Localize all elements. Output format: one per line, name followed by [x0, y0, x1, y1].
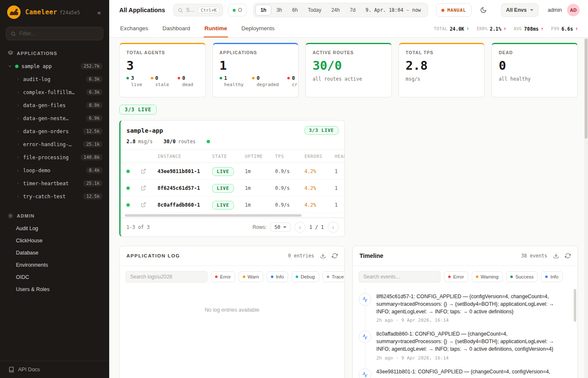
trend-up-icon: ↑ [575, 26, 578, 32]
table-footer: 1-3 of 3 Rows: 50 ‹ 1 / 1 › [121, 218, 344, 236]
count-badge: 252.7k [81, 63, 102, 69]
api-docs-link[interactable]: API Docs [0, 361, 109, 378]
tree-item[interactable]: error-handling-…25.1k [0, 138, 109, 151]
chevron-down-icon [283, 226, 286, 230]
log-filter-warn[interactable]: Warn [239, 271, 263, 282]
time-range-3h[interactable]: 3h [271, 5, 287, 16]
table-row[interactable]: 43ee9811b801-1 LIVE 1m 0.9/s 4.2% 1 [121, 163, 344, 180]
timeline-filter-success[interactable]: Success [506, 271, 538, 282]
external-link-icon[interactable] [141, 202, 158, 207]
date-range-display[interactable]: 9. Apr. 18:04 — now [360, 7, 426, 13]
filter-input[interactable] [19, 31, 99, 37]
chevron-right-icon [16, 116, 20, 121]
tree-item[interactable]: data-gen-neste…6.9k [0, 112, 109, 125]
application-log-panel: APPLICATION LOG 0 entries Error Warn Inf… [119, 246, 345, 378]
sidebar-item-database[interactable]: Database [0, 247, 109, 259]
rows-label: Rows: [252, 224, 266, 230]
log-filter-info[interactable]: Info [267, 271, 288, 282]
horizontal-scrollbar[interactable] [121, 213, 344, 218]
refresh-icon[interactable] [332, 253, 338, 259]
chevron-right-icon [16, 142, 20, 147]
global-search-button[interactable]: S… Ctrl+K [173, 4, 223, 16]
event-timestamp: 2h ago · 9 Apr 2026, 16:14 [376, 355, 569, 361]
moon-icon [480, 7, 487, 13]
scrollbar-thumb[interactable] [585, 39, 588, 139]
admin-section-header: ADMIN [0, 213, 109, 219]
warning-dot [476, 276, 478, 278]
metric-err: ERR%2.1%↑ [477, 26, 506, 32]
sidebar-item-users-roles[interactable]: Users & Roles [0, 283, 109, 295]
tree-item[interactable]: try-catch-test12.5k [0, 190, 109, 203]
download-icon[interactable] [553, 253, 559, 259]
instance-table-header: INSTANCE STATE UPTIME TPS ERRORS HEALTH [121, 150, 344, 163]
sidebar-item-environments[interactable]: Environments [0, 259, 109, 271]
state-badge: LIVE [212, 184, 234, 193]
app-name[interactable]: sample-app [126, 127, 163, 134]
rows-per-page-select[interactable]: 50 [270, 223, 291, 232]
user-avatar[interactable]: AD [567, 4, 580, 16]
tree-item[interactable]: complex-fulfillm…6.3k [0, 86, 109, 99]
time-range-7d[interactable]: 7d [345, 5, 360, 16]
timeline-event[interactable]: 8f6245c61d57-1: CONFIG_APPLIED — {config… [359, 289, 569, 327]
time-range-24h[interactable]: 24h [326, 5, 345, 16]
timeline-filter-error[interactable]: Error [444, 271, 468, 282]
stat-card-applications: APPLICATIONS 1 1healthy 0degraded 0criti… [213, 43, 299, 97]
page-scrollbar[interactable] [584, 38, 588, 378]
stat-card-total-agents: TOTAL AGENTS 3 3live 0stale 0dead [119, 43, 206, 97]
chevron-right-icon [16, 181, 20, 186]
applications-section-header: APPLICATIONS [0, 50, 109, 56]
log-filter-debug[interactable]: Debug [291, 271, 319, 282]
chevron-right-icon [16, 194, 20, 199]
log-filter-trace[interactable]: Trace [323, 271, 345, 282]
tree-item[interactable]: audit-log6.3k [0, 73, 109, 86]
live-summary-chip[interactable]: 3/3 LIVE [119, 105, 157, 115]
sidebar-item-clickhouse[interactable]: ClickHouse [0, 234, 109, 247]
timeline-filter-info[interactable]: Info [541, 271, 562, 282]
sidebar-item-oidc[interactable]: OIDC [0, 271, 109, 283]
application-tree: sample app 252.7k audit-log6.3k complex-… [0, 60, 109, 203]
connection-status-pill[interactable]: O [228, 4, 247, 16]
refresh-mode-button[interactable]: MANUAL [436, 3, 472, 17]
app-root: Cameleer f24a5e5 « APPLICATIONS sample a… [0, 0, 588, 378]
refresh-icon[interactable] [565, 253, 571, 259]
tree-item-sample-app[interactable]: sample app 252.7k [0, 60, 109, 73]
tabs-bar: Exchanges Dashboard Runtime Deployments … [109, 20, 588, 38]
tab-deployments[interactable]: Deployments [241, 20, 276, 37]
instance-status-dot [126, 203, 130, 207]
tree-item[interactable]: file-processing140.8k [0, 151, 109, 164]
log-search-input[interactable] [126, 271, 207, 283]
app-status-dot [15, 65, 18, 68]
log-filter-error[interactable]: Error [211, 271, 235, 282]
external-link-icon[interactable] [141, 168, 158, 174]
sidebar-filter[interactable] [6, 27, 103, 40]
download-icon[interactable] [320, 253, 326, 259]
sidebar-collapse-icon[interactable]: « [95, 8, 103, 17]
tab-dashboard[interactable]: Dashboard [162, 20, 191, 37]
external-link-icon[interactable] [141, 185, 158, 191]
tab-exchanges[interactable]: Exchanges [119, 20, 149, 37]
time-range-1h[interactable]: 1h [255, 5, 271, 16]
environment-select[interactable]: All Envs [501, 3, 538, 17]
tree-item[interactable]: data-gen-files8.9k [0, 99, 109, 112]
count-badge: 6.3k [86, 89, 102, 95]
dark-mode-toggle[interactable] [477, 3, 490, 17]
prev-page-button[interactable]: ‹ [294, 222, 305, 233]
table-row[interactable]: 8f6245c61d57-1 LIVE 1m 0.9/s 4.2% 1 [121, 180, 344, 197]
time-range-today[interactable]: Today [303, 5, 326, 16]
table-row[interactable]: 8c0affadb860-1 LIVE 1m 0.9/s 4.2% 1 [121, 197, 344, 213]
timeline-event[interactable]: 43ee9811b801-1: CONFIG_APPLIED — {change… [359, 365, 569, 378]
tree-item[interactable]: data-gen-orders12.5k [0, 125, 109, 138]
next-page-button[interactable]: › [328, 222, 339, 233]
timeline-event[interactable]: 8c0affadb860-1: CONFIG_APPLIED — {change… [359, 327, 569, 364]
panel-title: APPLICATION LOG [126, 253, 180, 258]
sidebar-item-audit-log[interactable]: Audit Log [0, 222, 109, 234]
time-range-6h[interactable]: 6h [287, 5, 303, 16]
metric-p99: P996.6s↑ [551, 26, 578, 32]
tree-item[interactable]: timer-heartbeat25.1k [0, 177, 109, 190]
timeline-search-input[interactable] [359, 271, 441, 283]
timeline-scrollbar[interactable] [574, 289, 576, 322]
tab-runtime[interactable]: Runtime [204, 20, 228, 37]
critical-dot [287, 77, 290, 79]
tree-item[interactable]: loop-demo8.4k [0, 164, 109, 177]
timeline-filter-warning[interactable]: Warning [472, 271, 503, 282]
